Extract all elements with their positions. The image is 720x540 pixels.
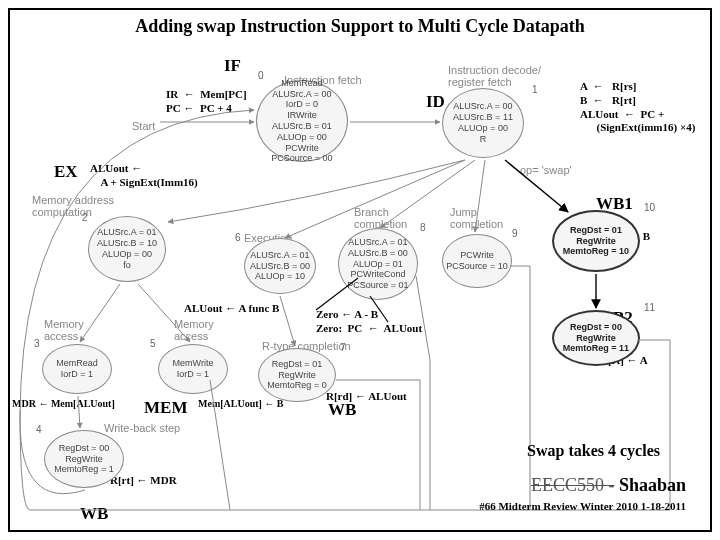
footer-line2: #66 Midterm Review Winter 2010 1-18-2011 [479,500,686,512]
svg-line-4 [475,160,485,232]
swap-note: Swap takes 4 cycles [527,442,660,460]
svg-line-10 [78,396,80,428]
svg-line-5 [505,160,568,212]
svg-line-2 [285,160,465,238]
svg-line-12 [370,296,388,322]
svg-line-8 [138,284,190,342]
svg-line-11 [316,278,358,310]
svg-line-3 [380,160,475,228]
svg-line-9 [280,296,295,346]
svg-line-7 [80,284,120,342]
footer-course: EECC550 - Shaaban [531,475,686,496]
